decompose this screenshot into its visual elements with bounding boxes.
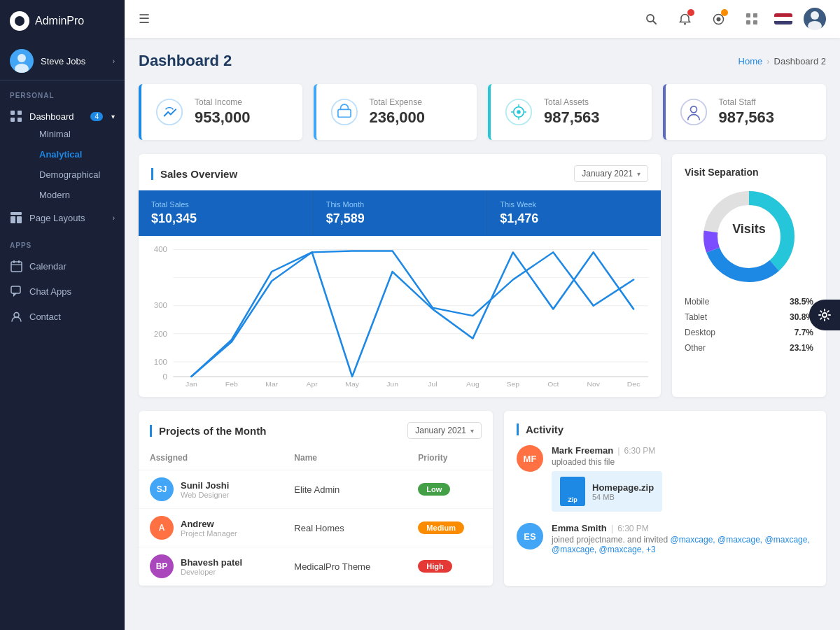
activity-text: uploaded this file xyxy=(552,457,813,467)
svg-rect-22 xyxy=(746,20,750,24)
sidebar-item-demographical[interactable]: Demographical xyxy=(20,164,125,185)
activity-panel: Activity MF Mark Freeman | 6:30 PM uploa… xyxy=(504,411,826,586)
grid-button[interactable] xyxy=(741,8,763,30)
projects-month-select[interactable]: January 2021 ▾ xyxy=(407,422,482,439)
table-row: BP Bhavesh patel Developer MedicalPro Th… xyxy=(139,547,493,586)
sidebar-logo: AdminPro xyxy=(0,0,125,42)
table-row: SJ Sunil Joshi Web Designer Elite Admin … xyxy=(139,470,493,509)
visit-title: Visit Separation xyxy=(685,167,813,178)
sidebar-user[interactable]: Steve Jobs › xyxy=(0,42,125,80)
svg-text:Jan: Jan xyxy=(186,381,197,388)
activity-text: joined projectname. and invited @maxcage… xyxy=(552,535,813,554)
stat-total-sales: Total Sales $10,345 xyxy=(139,190,313,236)
svg-rect-20 xyxy=(746,13,750,18)
sidebar-item-analytical[interactable]: Analytical xyxy=(20,144,125,164)
language-flag[interactable] xyxy=(774,13,792,24)
svg-text:Apr: Apr xyxy=(307,381,318,388)
sidebar-item-contact[interactable]: Contact xyxy=(0,304,125,329)
projects-month-label: January 2021 xyxy=(415,426,466,435)
svg-rect-21 xyxy=(753,13,757,18)
mentions: @maxcage, @maxcage, @maxcage, @maxcage, … xyxy=(552,535,810,554)
svg-text:100: 100 xyxy=(154,358,167,365)
message-button[interactable] xyxy=(707,8,729,30)
svg-rect-2 xyxy=(10,111,15,115)
svg-text:Dec: Dec xyxy=(627,381,640,388)
priority-badge: High xyxy=(418,560,451,573)
sidebar: AdminPro Steve Jobs › PERSONAL Dashboard… xyxy=(0,0,125,630)
visit-label-other: Other xyxy=(685,343,706,353)
stat-this-month: This Month $7,589 xyxy=(313,190,487,236)
this-month-value: $7,589 xyxy=(326,211,475,226)
svg-point-0 xyxy=(18,54,26,62)
svg-text:200: 200 xyxy=(154,330,167,337)
stat-card-income: Total Income 953,000 xyxy=(139,84,302,140)
priority-badge: Low xyxy=(418,483,450,496)
sidebar-item-dashboard[interactable]: Dashboard 4 ▾ xyxy=(0,104,125,124)
activity-title: Activity xyxy=(517,424,813,435)
this-week-value: $1,476 xyxy=(500,211,648,226)
search-button[interactable] xyxy=(640,8,662,30)
stat-this-week: This Week $1,476 xyxy=(486,190,661,236)
donut-svg: Visits xyxy=(700,188,798,286)
projects-panel: Projects of the Month January 2021 ▾ Ass… xyxy=(139,411,493,586)
stat-label-income: Total Income xyxy=(195,97,251,107)
col-assigned: Assigned xyxy=(139,446,283,470)
svg-point-1 xyxy=(15,64,29,73)
settings-fab[interactable] xyxy=(809,300,840,330)
svg-rect-5 xyxy=(18,118,22,122)
svg-rect-12 xyxy=(18,260,20,263)
stat-card-expense: Total Expense 236,000 xyxy=(314,84,477,140)
assigned-name: Andrew xyxy=(181,519,237,529)
this-week-label: This Week xyxy=(500,200,648,209)
this-month-label: This Month xyxy=(326,200,475,209)
month-select[interactable]: January 2021 ▾ xyxy=(574,165,648,182)
visit-stat-desktop: Desktop 7.7% xyxy=(685,328,813,337)
menu-icon[interactable]: ☰ xyxy=(139,11,150,27)
svg-text:300: 300 xyxy=(154,301,167,309)
priority-badge: Medium xyxy=(418,522,464,534)
svg-rect-13 xyxy=(11,286,20,293)
dashboard-icon xyxy=(10,110,22,122)
breadcrumb: Home › Dashboard 2 xyxy=(738,56,826,66)
sidebar-item-page-layouts[interactable]: Page Layouts › xyxy=(0,205,125,230)
svg-point-62 xyxy=(822,313,827,317)
user-avatar-topbar[interactable] xyxy=(804,8,826,30)
svg-text:Feb: Feb xyxy=(225,381,238,388)
stats-row: Total Income 953,000 Total Expense 236,0… xyxy=(139,84,826,140)
visit-label-mobile: Mobile xyxy=(685,297,709,307)
assigned-name: Bhavesh patel xyxy=(181,557,242,568)
file-attachment[interactable]: Zip Homepage.zip 54 MB xyxy=(552,471,662,512)
svg-text:Oct: Oct xyxy=(547,381,559,388)
assigned-role: Web Designer xyxy=(181,491,230,499)
avatar: SJ xyxy=(150,477,174,501)
svg-point-17 xyxy=(684,22,686,24)
visit-stat-other: Other 23.1% xyxy=(685,343,813,353)
line-chart-area: 400 300 200 100 0 Jan Feb Mar Apr May Ju… xyxy=(139,236,661,397)
breadcrumb-home[interactable]: Home xyxy=(738,56,763,66)
contact-icon xyxy=(10,310,22,323)
sidebar-item-minimal[interactable]: Minimal xyxy=(20,124,125,144)
stat-value-income: 953,000 xyxy=(195,108,251,127)
svg-point-27 xyxy=(331,99,356,125)
activity-avatar: ES xyxy=(517,523,543,550)
visit-pct-desktop: 7.7% xyxy=(794,328,813,337)
activity-sep: | xyxy=(611,523,613,533)
avatar: A xyxy=(150,516,174,540)
project-name: MedicalPro Theme xyxy=(283,547,407,586)
svg-text:Jul: Jul xyxy=(428,381,437,388)
visit-pct-other: 23.1% xyxy=(790,343,813,353)
assigned-cell: BP Bhavesh patel Developer xyxy=(150,554,272,578)
line-chart: 400 300 200 100 0 Jan Feb Mar Apr May Ju… xyxy=(151,243,648,390)
section-label-apps: APPS xyxy=(0,230,125,253)
svg-text:Visits: Visits xyxy=(732,222,766,236)
svg-text:Nov: Nov xyxy=(587,381,600,388)
col-priority: Priority xyxy=(407,446,493,470)
notification-button[interactable] xyxy=(673,8,696,30)
svg-point-31 xyxy=(517,110,520,113)
sidebar-item-calendar[interactable]: Calendar xyxy=(0,253,125,279)
svg-rect-23 xyxy=(753,20,757,24)
sidebar-item-modern[interactable]: Modern xyxy=(20,185,125,205)
sidebar-item-chat-apps[interactable]: Chat Apps xyxy=(0,279,125,304)
activity-list: MF Mark Freeman | 6:30 PM uploaded this … xyxy=(517,445,813,554)
activity-user-name: Emma Smith xyxy=(552,523,607,533)
